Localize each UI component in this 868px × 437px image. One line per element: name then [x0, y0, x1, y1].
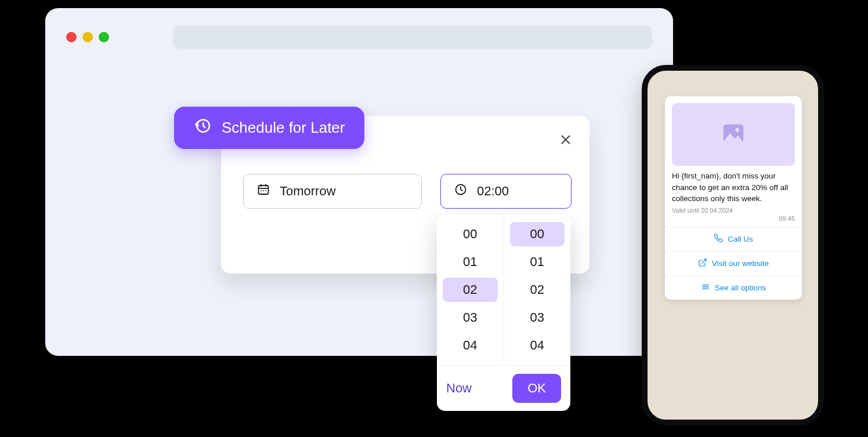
time-picker-dropdown: 0001020304 0001020304 Now OK	[437, 214, 570, 411]
svg-point-9	[265, 190, 266, 191]
call-us-button[interactable]: Call Us	[665, 227, 802, 251]
address-bar[interactable]	[173, 26, 652, 49]
date-field[interactable]: Tomorrow	[243, 174, 422, 209]
schedule-for-later-button[interactable]: Schedule for Later	[174, 107, 364, 149]
time-value: 02:00	[477, 184, 509, 199]
external-link-icon	[698, 258, 707, 269]
minute-option[interactable]: 02	[510, 278, 565, 302]
call-us-label: Call Us	[728, 235, 753, 243]
ok-button[interactable]: OK	[512, 374, 561, 403]
hour-option[interactable]: 01	[443, 250, 498, 274]
time-field[interactable]: 02:00	[440, 174, 572, 209]
minute-option[interactable]: 01	[510, 250, 565, 274]
message-image-placeholder	[672, 103, 795, 166]
phone-icon	[714, 234, 723, 245]
svg-point-7	[261, 190, 262, 191]
clock-icon	[454, 183, 468, 200]
minimize-dot-icon[interactable]	[82, 32, 93, 42]
hours-column: 0001020304	[437, 214, 504, 365]
minutes-column: 0001020304	[504, 214, 571, 365]
minute-option[interactable]: 00	[510, 222, 565, 246]
history-clock-icon	[194, 117, 211, 139]
schedule-label: Schedule for Later	[222, 119, 345, 137]
minute-option[interactable]: 03	[510, 305, 565, 330]
svg-point-12	[735, 128, 739, 132]
hour-option[interactable]: 00	[443, 222, 498, 246]
maximize-dot-icon[interactable]	[99, 32, 109, 42]
see-all-options-button[interactable]: See all options	[665, 275, 802, 300]
close-dot-icon[interactable]	[66, 32, 77, 42]
phone-mockup: Hi {first_nam}, don't miss your chance t…	[642, 65, 824, 425]
svg-line-13	[702, 259, 706, 263]
now-button[interactable]: Now	[446, 381, 472, 396]
close-button[interactable]	[558, 132, 573, 150]
visit-website-button[interactable]: Visit our website	[665, 251, 802, 275]
calendar-icon	[256, 183, 270, 200]
visit-website-label: Visit our website	[712, 259, 769, 268]
traffic-lights	[66, 32, 109, 42]
svg-point-8	[263, 190, 264, 191]
browser-chrome	[45, 8, 673, 54]
hour-option[interactable]: 02	[443, 278, 498, 302]
minute-option[interactable]: 04	[510, 333, 565, 358]
see-all-options-label: See all options	[715, 283, 766, 292]
menu-icon	[701, 282, 710, 293]
message-timestamp: 09:45	[665, 215, 802, 227]
date-value: Tomorrow	[280, 184, 336, 199]
svg-rect-3	[259, 185, 269, 194]
image-placeholder-icon	[720, 120, 747, 149]
chat-message-card: Hi {first_nam}, don't miss your chance t…	[665, 96, 802, 300]
message-subtext: Valid until 20.04.2024	[665, 205, 802, 215]
hour-option[interactable]: 03	[443, 305, 498, 330]
hour-option[interactable]: 04	[443, 333, 498, 358]
message-text: Hi {first_nam}, don't miss your chance t…	[665, 170, 802, 205]
